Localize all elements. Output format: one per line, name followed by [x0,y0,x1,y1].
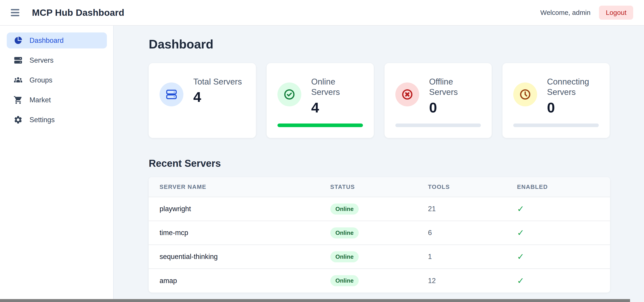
top-header: MCP Hub Dashboard Welcome, admin Logout [0,0,644,26]
table-row[interactable]: playwright Online 21 ✓ [149,197,610,221]
stat-label: Connecting Servers [547,77,599,98]
status-badge: Online [330,204,359,215]
column-header-enabled: Enabled [506,177,610,197]
server-icon [160,82,184,106]
gear-icon [14,115,23,124]
tools-count: 6 [417,221,506,245]
server-name: amap [149,269,320,292]
logout-button[interactable]: Logout [599,6,633,20]
tools-count: 1 [417,245,506,269]
sidebar-item-market[interactable]: Market [7,92,107,108]
pie-chart-icon [14,36,23,45]
server-icon [14,56,23,65]
progress-bar [278,123,363,127]
tools-count: 12 [417,269,506,292]
enabled-check-icon: ✓ [506,269,610,292]
groups-icon [14,76,23,85]
recent-servers-title: Recent Servers [149,158,610,169]
welcome-text: Welcome, admin [540,9,590,17]
sidebar-item-label: Settings [30,116,55,124]
cart-icon [14,95,23,105]
stat-card-connecting-servers: Connecting Servers 0 [502,63,610,138]
table-row[interactable]: time-mcp Online 6 ✓ [149,221,610,245]
stat-card-offline-servers: Offline Servers 0 [384,63,492,138]
app-window: MCP Hub Dashboard Welcome, admin Logout … [0,0,644,302]
stat-value: 0 [547,99,599,116]
app-title: MCP Hub Dashboard [32,8,124,18]
progress-bar [395,123,481,127]
sidebar-item-label: Market [30,96,51,104]
stat-cards-row: Total Servers 4 Online Servers [149,63,610,138]
stat-card-total-servers: Total Servers 4 [149,63,256,138]
enabled-check-icon: ✓ [506,197,610,221]
stat-label: Online Servers [311,77,363,98]
horizontal-scrollbar[interactable] [0,299,644,302]
stat-value: 0 [429,99,481,116]
column-header-server-name: Server Name [149,177,320,197]
stat-label: Total Servers [193,77,242,87]
sidebar-item-label: Servers [30,56,54,64]
sidebar-item-groups[interactable]: Groups [7,72,107,88]
table-row[interactable]: amap Online 12 ✓ [149,269,610,292]
status-badge: Online [330,227,359,238]
column-header-status: Status [320,177,418,197]
column-header-tools: Tools [417,177,506,197]
x-circle-icon [395,82,419,106]
table-row[interactable]: sequential-thinking Online 1 ✓ [149,245,610,269]
sidebar-item-label: Dashboard [30,37,64,45]
server-name: sequential-thinking [149,245,320,269]
recent-servers-table: Server Name Status Tools Enabled playwri… [149,177,610,292]
sidebar-item-label: Groups [30,76,52,84]
status-badge: Online [330,275,359,286]
page-title: Dashboard [149,37,610,51]
server-name: playwright [149,197,320,221]
stat-card-online-servers: Online Servers 4 [267,63,374,138]
sidebar-item-settings[interactable]: Settings [7,112,107,128]
enabled-check-icon: ✓ [506,221,610,245]
stat-value: 4 [311,99,363,116]
sidebar: Dashboard Servers [0,26,114,302]
tools-count: 21 [417,197,506,221]
sidebar-item-dashboard[interactable]: Dashboard [7,33,107,49]
sidebar-item-servers[interactable]: Servers [7,52,107,68]
hamburger-menu-icon[interactable] [11,8,21,18]
main-content: Dashboard Total Servers 4 [114,26,644,302]
table-header-row: Server Name Status Tools Enabled [149,177,610,197]
stat-value: 4 [193,89,242,105]
server-name: time-mcp [149,221,320,245]
check-circle-icon [278,82,301,106]
clock-icon [513,82,537,106]
progress-bar [513,123,599,127]
status-badge: Online [330,251,359,262]
stat-label: Offline Servers [429,77,481,98]
scrollbar-thumb[interactable] [0,299,630,302]
enabled-check-icon: ✓ [506,245,610,269]
